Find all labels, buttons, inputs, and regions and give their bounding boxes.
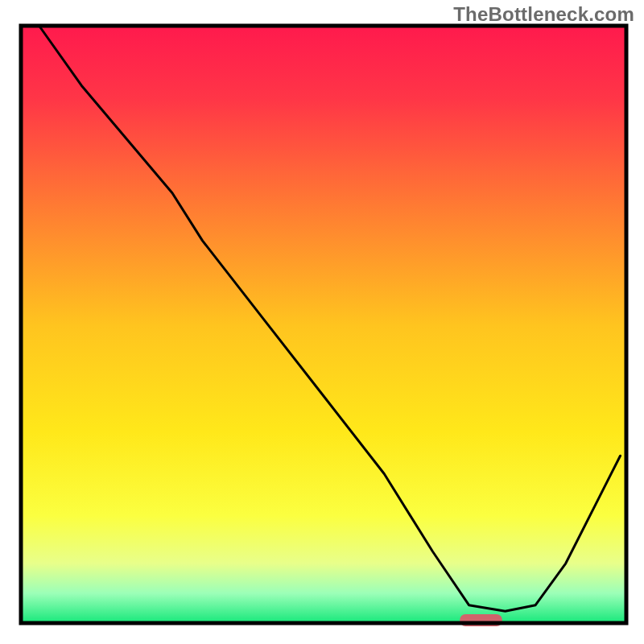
gradient-background bbox=[21, 26, 626, 623]
watermark-text: TheBottleneck.com bbox=[453, 3, 634, 26]
bottleneck-chart bbox=[0, 0, 644, 644]
chart-container: TheBottleneck.com bbox=[0, 0, 644, 644]
